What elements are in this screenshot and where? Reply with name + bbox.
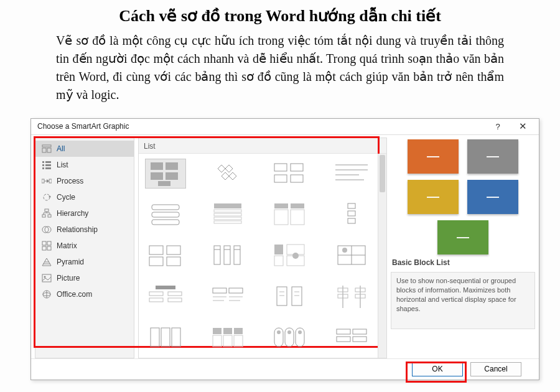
cycle-icon xyxy=(42,192,52,202)
preview-block xyxy=(437,220,488,254)
gallery-thumb[interactable] xyxy=(269,282,310,312)
svg-rect-50 xyxy=(214,213,241,216)
gallery-thumb[interactable] xyxy=(145,282,186,312)
svg-rect-83 xyxy=(168,298,182,302)
all-icon xyxy=(42,144,52,154)
gallery-thumb[interactable] xyxy=(331,282,372,312)
gallery-thumb[interactable] xyxy=(207,241,248,271)
svg-rect-51 xyxy=(214,217,241,220)
svg-rect-7 xyxy=(42,167,44,169)
sidebar-item-label: Picture xyxy=(57,274,80,282)
svg-rect-56 xyxy=(291,210,304,225)
svg-rect-85 xyxy=(229,288,243,293)
gallery-thumb[interactable] xyxy=(145,323,186,353)
svg-point-115 xyxy=(287,330,291,334)
svg-rect-79 xyxy=(156,286,175,289)
svg-rect-14 xyxy=(45,209,49,212)
sidebar-item-all[interactable]: All xyxy=(35,141,134,157)
svg-point-114 xyxy=(277,330,281,334)
sidebar-item-label: Matrix xyxy=(57,241,77,250)
svg-rect-5 xyxy=(42,164,44,166)
text-placeholder-icon xyxy=(427,156,439,157)
sidebar-item-label: List xyxy=(57,161,68,169)
sidebar-item-hierarchy[interactable]: Hierarchy xyxy=(35,205,134,222)
svg-rect-16 xyxy=(48,215,51,217)
preview-block xyxy=(467,139,518,174)
pyramid-icon xyxy=(42,257,52,267)
svg-point-78 xyxy=(342,248,347,253)
preview-description: Use to show non-sequential or grouped bl… xyxy=(391,272,535,329)
gallery-thumb[interactable] xyxy=(331,241,372,271)
gallery-thumb[interactable] xyxy=(331,200,372,230)
help-button[interactable]: ? xyxy=(485,122,510,131)
svg-rect-11 xyxy=(49,179,52,183)
svg-rect-28 xyxy=(151,162,163,170)
page-title: Cách vẽ sơ đồ trong Word hướng dẫn chi t… xyxy=(56,6,504,26)
svg-rect-71 xyxy=(274,256,283,266)
gallery-thumb[interactable] xyxy=(269,200,310,230)
smartart-dialog: Choose a SmartArt Graphic ? ✕ AllListPro… xyxy=(30,118,539,380)
svg-rect-66 xyxy=(234,246,240,264)
office-icon xyxy=(42,289,52,299)
svg-rect-81 xyxy=(149,298,163,302)
gallery-scrollbar[interactable] xyxy=(378,154,386,358)
gallery-thumb[interactable] xyxy=(269,323,310,353)
page-paragraph: Vẽ sơ đồ là một công cụ cực hữu ích tron… xyxy=(56,32,504,104)
gallery-thumb[interactable] xyxy=(269,241,310,271)
svg-marker-35 xyxy=(222,172,229,180)
svg-rect-30 xyxy=(151,172,163,180)
dialog-title: Choose a SmartArt Graphic xyxy=(37,122,129,131)
gallery-panel: List xyxy=(138,138,387,358)
gallery-thumb[interactable] xyxy=(331,159,372,189)
svg-rect-109 xyxy=(223,335,232,347)
gallery-thumb[interactable] xyxy=(145,159,186,189)
svg-rect-37 xyxy=(274,164,287,171)
cancel-button[interactable]: Cancel xyxy=(470,362,521,376)
svg-rect-15 xyxy=(42,215,45,217)
sidebar-item-office-com[interactable]: Office.com xyxy=(35,286,134,302)
svg-rect-57 xyxy=(348,203,355,208)
sidebar-item-relationship[interactable]: Relationship xyxy=(35,222,134,238)
svg-rect-70 xyxy=(274,245,283,254)
gallery-thumb[interactable] xyxy=(269,159,310,189)
svg-rect-1 xyxy=(42,148,46,152)
gallery-thumb[interactable] xyxy=(207,323,248,353)
hierarchy-icon xyxy=(42,208,52,218)
svg-rect-3 xyxy=(42,161,44,163)
svg-rect-21 xyxy=(42,246,46,250)
titlebar: Choose a SmartArt Graphic ? ✕ xyxy=(31,119,539,135)
close-button[interactable]: ✕ xyxy=(510,121,535,132)
scrollbar-thumb[interactable] xyxy=(380,155,385,192)
ok-button[interactable]: OK xyxy=(412,362,463,376)
preview-canvas xyxy=(391,141,535,253)
sidebar-item-label: Process xyxy=(57,177,83,185)
dialog-footer: OK Cancel xyxy=(31,358,539,380)
sidebar-item-cycle[interactable]: Cycle xyxy=(35,189,134,205)
sidebar-item-matrix[interactable]: Matrix xyxy=(35,238,134,254)
gallery-thumb[interactable] xyxy=(145,200,186,230)
picture-icon xyxy=(42,273,52,283)
svg-point-25 xyxy=(44,276,46,278)
svg-rect-59 xyxy=(348,218,355,223)
sidebar-item-pyramid[interactable]: Pyramid xyxy=(35,254,134,270)
svg-rect-106 xyxy=(223,328,232,334)
sidebar-item-picture[interactable]: Picture xyxy=(35,270,134,286)
gallery-thumb[interactable] xyxy=(207,159,248,189)
svg-rect-29 xyxy=(166,162,178,170)
sidebar-item-process[interactable]: Process xyxy=(35,173,134,189)
text-placeholder-icon xyxy=(427,197,439,198)
relationship-icon xyxy=(42,225,52,235)
sidebar-item-label: Cycle xyxy=(57,193,75,202)
svg-rect-119 xyxy=(353,329,366,334)
svg-rect-48 xyxy=(214,203,241,208)
sidebar-item-label: Relationship xyxy=(57,225,98,234)
sidebar-item-list[interactable]: List xyxy=(35,157,134,173)
svg-rect-45 xyxy=(152,205,179,210)
gallery-thumb[interactable] xyxy=(207,282,248,312)
gallery-thumb[interactable] xyxy=(145,241,186,271)
gallery-thumb[interactable] xyxy=(207,200,248,230)
matrix-icon xyxy=(42,241,52,251)
svg-rect-118 xyxy=(337,337,350,342)
gallery-thumb[interactable] xyxy=(331,323,372,353)
svg-rect-63 xyxy=(167,257,180,266)
